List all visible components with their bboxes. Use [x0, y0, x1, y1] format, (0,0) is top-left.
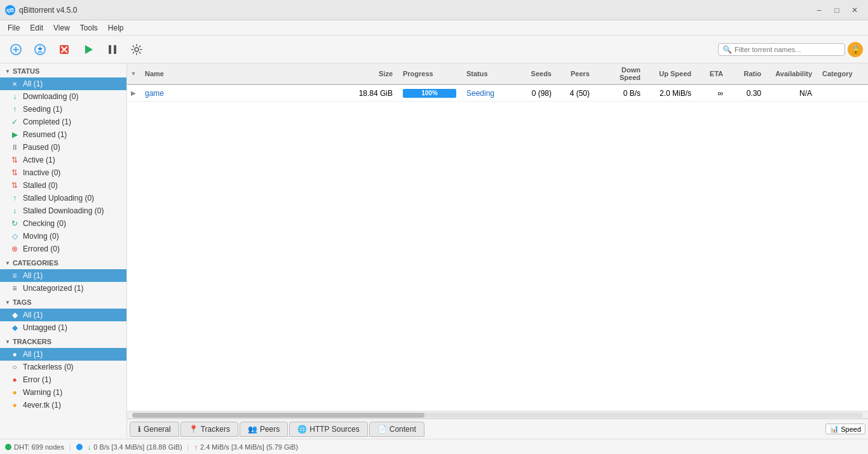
torrent-availability: N/A — [766, 86, 817, 100]
sidebar-item-checking[interactable]: ↻ Checking (0) — [0, 217, 126, 230]
sidebar-item-cat-uncategorized[interactable]: ≡ Uncategorized (1) — [0, 282, 126, 295]
sidebar-section-status[interactable]: ▼ STATUS — [0, 63, 126, 77]
sidebar-item-tracker-error[interactable]: ● Error (1) — [0, 373, 126, 386]
sidebar-item-completed[interactable]: ✓ Completed (1) — [0, 116, 126, 128]
tab-http-sources[interactable]: 🌐 HTTP Sources — [289, 422, 367, 437]
sidebar-item-paused[interactable]: ⏸ Paused (0) — [0, 141, 126, 154]
resumed-icon: ▶ — [10, 130, 19, 139]
col-header-seeds[interactable]: Seeds — [512, 67, 557, 80]
col-header-up-speed[interactable]: Up Speed — [646, 67, 696, 80]
sidebar-item-resumed[interactable]: ▶ Resumed (1) — [0, 128, 126, 141]
tab-content[interactable]: 📄 Content — [369, 422, 424, 437]
menu-view[interactable]: View — [48, 22, 75, 34]
menu-tools[interactable]: Tools — [75, 22, 103, 34]
col-header-down-speed[interactable]: Down Speed — [595, 63, 646, 84]
sidebar-item-trackerless[interactable]: ○ Trackerless (0) — [0, 361, 126, 373]
torrent-progress: 100% — [398, 86, 461, 100]
add-torrent-button[interactable] — [5, 39, 27, 60]
col-header-peers[interactable]: Peers — [557, 67, 595, 80]
sidebar-item-4evertk[interactable]: ● 4ever.tk (1) — [0, 399, 126, 411]
col-header-progress[interactable]: Progress — [398, 67, 461, 80]
sidebar-item-warning[interactable]: ● Warning (1) — [0, 386, 126, 399]
warning-icon: ● — [10, 388, 19, 397]
sidebar-item-inactive[interactable]: ⇅ Inactive (0) — [0, 166, 126, 179]
sidebar-item-downloading[interactable]: ↓ Downloading (0) — [0, 90, 126, 103]
col-header-status[interactable]: Status — [461, 67, 512, 80]
sidebar-item-stalled-downloading[interactable]: ↓ Stalled Downloading (0) — [0, 204, 126, 217]
add-magnet-button[interactable] — [29, 39, 51, 60]
toolbar: 🔍 🔒 — [0, 36, 868, 63]
settings-button[interactable] — [126, 39, 147, 60]
sidebar-item-errored[interactable]: ⊗ Errored (0) — [0, 243, 126, 255]
connection-status — [76, 444, 83, 450]
window-title: qBittorrent v4.5.0 — [19, 6, 77, 15]
speed-button[interactable]: 📊 Speed — [825, 424, 865, 434]
completed-icon: ✓ — [10, 117, 19, 126]
sidebar-item-untagged[interactable]: ◆ Untagged (1) — [0, 321, 126, 334]
horizontal-scrollbar[interactable] — [127, 411, 868, 418]
torrent-up-speed: 2.0 MiB/s — [646, 86, 696, 100]
row-expand: ▶ — [127, 90, 140, 97]
sidebar-item-tag-all[interactable]: ◆ All (1) — [0, 309, 126, 321]
search-input[interactable] — [735, 46, 836, 53]
search-icon: 🔍 — [722, 45, 732, 54]
col-header-category[interactable]: Category — [817, 67, 868, 80]
tab-peers[interactable]: 👥 Peers — [240, 422, 288, 437]
titlebar-left: qB qBittorrent v4.5.0 — [5, 5, 77, 15]
table-header: ▼ Name Size Progress Status Seeds Peers … — [127, 63, 868, 85]
col-header-ratio[interactable]: Ratio — [728, 67, 766, 80]
resume-icon — [83, 44, 94, 55]
sidebar-section-tags[interactable]: ▼ TAGS — [0, 295, 126, 309]
sidebar-item-moving[interactable]: ◇ Moving (0) — [0, 230, 126, 243]
errored-icon: ⊗ — [10, 244, 19, 253]
site-icon: ● — [10, 401, 19, 410]
tracker-all-icon: ● — [10, 350, 19, 359]
menu-help[interactable]: Help — [103, 22, 129, 34]
svg-rect-4 — [109, 45, 111, 54]
col-header-name[interactable]: Name — [140, 67, 347, 80]
sidebar-item-active[interactable]: ⇅ Active (1) — [0, 154, 126, 166]
close-button[interactable]: ✕ — [846, 4, 863, 17]
col-header-eta[interactable]: ETA — [696, 67, 728, 80]
table-row[interactable]: ▶ game 18.84 GiB 100% Seeding 0 (98) 4 (… — [127, 85, 868, 102]
resume-button[interactable] — [78, 39, 99, 60]
sidebar-item-tracker-all[interactable]: ● All (1) — [0, 348, 126, 361]
torrent-eta: ∞ — [696, 86, 728, 100]
active-icon: ⇅ — [10, 156, 19, 164]
stalled-down-icon: ↓ — [10, 206, 19, 215]
stalled-icon: ⇅ — [10, 181, 19, 190]
torrent-area: ▼ Name Size Progress Status Seeds Peers … — [127, 63, 868, 439]
col-header-size[interactable]: Size — [347, 67, 398, 80]
app-icon: qB — [5, 5, 15, 15]
trackerless-icon: ○ — [10, 363, 19, 371]
pause-icon — [107, 44, 118, 55]
minimize-button[interactable]: – — [811, 4, 827, 17]
delete-torrent-button[interactable] — [53, 39, 75, 60]
moving-icon: ◇ — [10, 232, 19, 241]
all-icon: ✕ — [10, 81, 19, 88]
sidebar-section-trackers[interactable]: ▼ TRACKERS — [0, 334, 126, 348]
tab-general[interactable]: ℹ General — [130, 422, 179, 437]
gear-icon — [131, 44, 142, 55]
sidebar-item-stalled[interactable]: ⇅ Stalled (0) — [0, 179, 126, 192]
sidebar-item-seeding[interactable]: ↑ Seeding (1) — [0, 103, 126, 116]
menu-file[interactable]: File — [3, 22, 25, 34]
inactive-icon: ⇅ — [10, 168, 19, 177]
untagged-icon: ◆ — [10, 323, 19, 332]
col-header-availability[interactable]: Availability — [766, 67, 817, 80]
menu-edit[interactable]: Edit — [25, 22, 48, 34]
content-tab-icon: 📄 — [377, 425, 387, 434]
col-sort: ▼ — [127, 70, 140, 77]
downloading-icon: ↓ — [10, 92, 19, 101]
maximize-button[interactable]: □ — [829, 4, 845, 17]
peers-tab-icon: 👥 — [248, 425, 257, 434]
pause-button[interactable] — [102, 39, 123, 60]
delete-icon — [58, 44, 70, 55]
sidebar-section-categories[interactable]: ▼ CATEGORIES — [0, 255, 126, 269]
sidebar-item-cat-all[interactable]: ≡ All (1) — [0, 269, 126, 282]
dl-icon: ↓ — [88, 443, 92, 451]
torrent-down-speed: 0 B/s — [595, 86, 646, 100]
sidebar-item-stalled-uploading[interactable]: ↑ Stalled Uploading (0) — [0, 192, 126, 204]
sidebar-item-all[interactable]: ✕ All (1) — [0, 77, 126, 90]
tab-trackers[interactable]: 📍 Trackers — [180, 422, 238, 437]
